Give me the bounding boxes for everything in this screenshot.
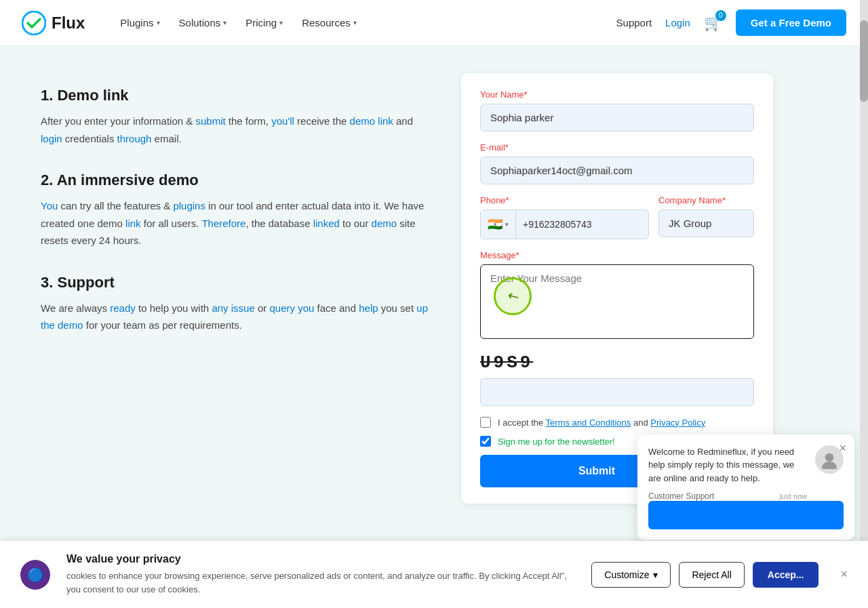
phone-field-group: Phone* 🇮🇳 ▾ bbox=[480, 195, 649, 239]
chat-footer: Customer Support just now bbox=[648, 491, 807, 501]
cursor-arrow-icon: ↖ bbox=[504, 286, 522, 306]
plugins-link[interactable]: plugins bbox=[173, 200, 205, 211]
cart-badge: 0 bbox=[715, 10, 726, 21]
captcha-code: U9S9 bbox=[480, 352, 754, 373]
newsletter-checkbox[interactable] bbox=[480, 436, 491, 447]
nav-solutions[interactable]: Solutions ▾ bbox=[171, 12, 235, 34]
step-1-title: 1. Demo link bbox=[41, 87, 434, 104]
company-input[interactable] bbox=[658, 209, 754, 237]
chat-text-input[interactable] bbox=[648, 501, 844, 529]
submit-link[interactable]: submit bbox=[195, 115, 225, 127]
scrollbar-track[interactable] bbox=[860, 0, 868, 608]
left-panel: 1. Demo link After you enter your inform… bbox=[41, 73, 434, 504]
phone-company-row: Phone* 🇮🇳 ▾ Company Name* bbox=[480, 195, 754, 250]
chat-content: Welcome to Redmineflux, if you need help… bbox=[648, 445, 807, 502]
issue-link[interactable]: issue bbox=[231, 302, 255, 314]
cookie-close-button[interactable]: × bbox=[840, 567, 848, 582]
cookie-banner: 🔵 We value your privacy cookies to enhan… bbox=[0, 541, 868, 608]
get-demo-button[interactable]: Get a Free Demo bbox=[736, 9, 846, 36]
ready-link[interactable]: ready bbox=[110, 302, 136, 314]
chat-body: Welcome to Redmineflux, if you need help… bbox=[648, 445, 844, 502]
linked-link[interactable]: linked bbox=[313, 218, 340, 229]
svg-point-0 bbox=[22, 12, 45, 35]
chat-close-button[interactable]: × bbox=[839, 441, 846, 455]
logo[interactable]: Flux bbox=[22, 11, 85, 35]
chat-bubble: × Welcome to Redmineflux, if you need he… bbox=[637, 434, 854, 541]
company-label: Company Name* bbox=[658, 195, 754, 205]
cookie-title: We value your privacy bbox=[66, 553, 575, 565]
step-1-text: After you enter your information & submi… bbox=[41, 113, 434, 147]
terms-link[interactable]: Terms and Conditions bbox=[546, 418, 631, 428]
chat-time: just now bbox=[780, 492, 807, 500]
cookie-icon: 🔵 bbox=[20, 560, 50, 590]
any-link[interactable]: any bbox=[212, 302, 228, 314]
login-link-text[interactable]: login bbox=[41, 133, 62, 144]
phone-input-wrap: 🇮🇳 ▾ bbox=[480, 209, 649, 239]
pricing-chevron-icon: ▾ bbox=[279, 19, 283, 26]
nav-plugins[interactable]: Plugins ▾ bbox=[112, 12, 167, 34]
you-link[interactable]: You bbox=[41, 200, 58, 211]
cookie-description: cookies to enhance your browsing experie… bbox=[66, 569, 575, 596]
reject-all-button[interactable]: Reject All bbox=[679, 562, 744, 588]
step-2-text: You can try all the features & plugins i… bbox=[41, 197, 434, 249]
svg-point-4 bbox=[822, 462, 837, 469]
you-link2[interactable]: you bbox=[298, 302, 314, 314]
brand-name: Flux bbox=[52, 14, 85, 33]
name-input[interactable] bbox=[480, 104, 754, 131]
email-input[interactable] bbox=[480, 157, 754, 184]
customize-chevron-icon: ▾ bbox=[653, 569, 658, 580]
login-link[interactable]: Login bbox=[665, 17, 690, 28]
logo-icon bbox=[22, 11, 46, 35]
captcha-section: U9S9 bbox=[480, 352, 754, 406]
newsletter-label: Sign me up for the newsletter! bbox=[498, 437, 615, 447]
name-field-group: Your Name* bbox=[480, 89, 754, 131]
solutions-chevron-icon: ▾ bbox=[223, 19, 226, 26]
flag-chevron-icon: ▾ bbox=[505, 221, 509, 228]
chat-input-row bbox=[648, 501, 844, 529]
through-link[interactable]: through bbox=[117, 133, 152, 144]
step-3-section: 3. Support We are always ready to help y… bbox=[41, 274, 434, 334]
step-3-title: 3. Support bbox=[41, 274, 434, 291]
step-2-section: 2. An immersive demo You can try all the… bbox=[41, 171, 434, 249]
youll-link[interactable]: you'll bbox=[271, 115, 294, 127]
message-field-group: Message* ↖ bbox=[480, 250, 754, 342]
plugins-chevron-icon: ▾ bbox=[157, 19, 160, 26]
resources-chevron-icon: ▾ bbox=[353, 19, 357, 26]
phone-label: Phone* bbox=[480, 195, 649, 205]
cart-button[interactable]: 🛒 0 bbox=[704, 14, 722, 32]
step-2-title: 2. An immersive demo bbox=[41, 171, 434, 189]
company-field-group: Company Name* bbox=[658, 195, 754, 239]
phone-flag-selector[interactable]: 🇮🇳 ▾ bbox=[481, 210, 516, 239]
terms-label: I accept the Terms and Conditions and Pr… bbox=[498, 418, 705, 428]
chat-message: Welcome to Redmineflux, if you need help… bbox=[648, 445, 807, 485]
support-link[interactable]: Support bbox=[616, 17, 652, 28]
scrollbar-thumb[interactable] bbox=[860, 20, 868, 102]
privacy-link[interactable]: Privacy Policy bbox=[650, 418, 705, 428]
terms-checkbox[interactable] bbox=[480, 417, 491, 428]
nav-resources[interactable]: Resources ▾ bbox=[294, 12, 365, 34]
phone-input[interactable] bbox=[516, 211, 648, 237]
navbar: Flux Plugins ▾ Solutions ▾ Pricing ▾ Res… bbox=[0, 0, 868, 46]
nav-right: Support Login 🛒 0 Get a Free Demo bbox=[616, 9, 846, 36]
cursor-animation: ↖ bbox=[494, 277, 532, 315]
name-label: Your Name* bbox=[480, 89, 754, 100]
chat-agent: Customer Support bbox=[648, 491, 714, 501]
step-1-section: 1. Demo link After you enter your inform… bbox=[41, 87, 434, 147]
query-link[interactable]: query bbox=[269, 302, 295, 314]
nav-links: Plugins ▾ Solutions ▾ Pricing ▾ Resource… bbox=[112, 12, 616, 34]
accept-button[interactable]: Accep... bbox=[753, 562, 819, 588]
demo-link3[interactable]: demo bbox=[372, 218, 397, 229]
svg-point-3 bbox=[825, 453, 833, 461]
message-label: Message* bbox=[480, 250, 754, 260]
email-label: E-mail* bbox=[480, 142, 754, 153]
help-link[interactable]: help bbox=[359, 302, 378, 314]
nav-pricing[interactable]: Pricing ▾ bbox=[237, 12, 291, 34]
demo-link2[interactable]: link bbox=[125, 218, 141, 229]
flag-icon: 🇮🇳 bbox=[488, 217, 502, 232]
therefore-link[interactable]: Therefore bbox=[201, 218, 245, 229]
captcha-input[interactable] bbox=[480, 378, 754, 406]
customize-button[interactable]: Customize ▾ bbox=[591, 562, 671, 588]
terms-checkbox-group: I accept the Terms and Conditions and Pr… bbox=[480, 417, 754, 428]
demo-link[interactable]: demo link bbox=[350, 115, 393, 127]
cookie-buttons: Customize ▾ Reject All Accep... bbox=[591, 562, 818, 588]
